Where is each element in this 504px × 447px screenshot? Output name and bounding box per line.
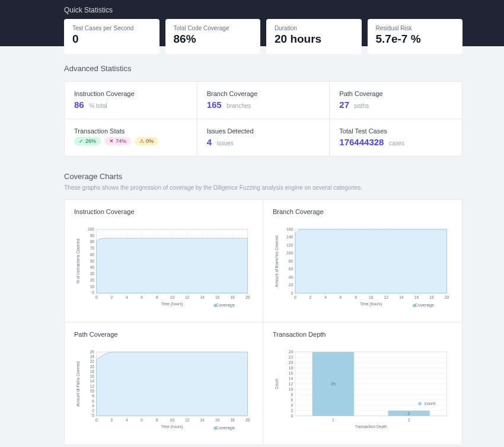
coverage-charts-title: Coverage Charts bbox=[64, 172, 462, 181]
chart-svg: 02468101214161820222412252Transaction De… bbox=[273, 346, 452, 435]
adv-cell-transaction-stats: Transaction Stats ✓26% ✕74% ⚠0% bbox=[65, 119, 197, 156]
qcard-value: 5.7e-7 % bbox=[376, 33, 455, 46]
svg-text:4: 4 bbox=[126, 418, 128, 422]
svg-text:8: 8 bbox=[156, 295, 158, 299]
chart-transaction-depth: Transaction Depth 0246810121416182022241… bbox=[263, 323, 462, 445]
svg-text:10: 10 bbox=[170, 418, 174, 422]
svg-text:20: 20 bbox=[445, 295, 449, 299]
qcard-label: Residual Risk bbox=[376, 25, 455, 31]
x-icon: ✕ bbox=[109, 138, 114, 144]
badge-text: 0% bbox=[146, 138, 154, 144]
qcard-value: 20 hours bbox=[275, 33, 353, 46]
svg-text:Coverage: Coverage bbox=[215, 425, 235, 430]
svg-text:20: 20 bbox=[289, 360, 294, 365]
svg-text:Amount of Paths Covered: Amount of Paths Covered bbox=[76, 362, 80, 407]
svg-text:8: 8 bbox=[156, 418, 158, 422]
svg-text:90: 90 bbox=[90, 234, 95, 238]
chart-title: Instruction Coverage bbox=[74, 208, 253, 215]
chart-title: Branch Coverage bbox=[273, 208, 452, 215]
badge-text: 26% bbox=[85, 138, 96, 144]
svg-text:0: 0 bbox=[291, 414, 293, 418]
svg-text:2: 2 bbox=[110, 418, 113, 422]
svg-text:16: 16 bbox=[289, 371, 294, 375]
svg-text:12: 12 bbox=[289, 382, 294, 386]
svg-text:10: 10 bbox=[289, 387, 294, 391]
svg-point-184 bbox=[418, 402, 422, 406]
svg-text:12: 12 bbox=[90, 384, 95, 388]
adv-cell-total-test-cases: Total Test Cases 176444328 cases bbox=[330, 119, 462, 156]
svg-text:20: 20 bbox=[245, 295, 250, 299]
svg-text:20: 20 bbox=[289, 283, 294, 287]
warn-icon: ⚠ bbox=[139, 138, 144, 144]
svg-text:16: 16 bbox=[90, 374, 95, 378]
adv-label: Total Test Cases bbox=[339, 127, 452, 135]
svg-text:18: 18 bbox=[429, 295, 434, 299]
chart-svg: 010203040506070809010002468101214161820T… bbox=[74, 224, 253, 312]
chart-path-coverage: Path Coverage 02468101214161820222426024… bbox=[65, 323, 263, 445]
adv-value: 27 bbox=[339, 100, 349, 110]
svg-text:2: 2 bbox=[110, 295, 113, 299]
svg-text:Coverage: Coverage bbox=[414, 302, 434, 308]
svg-text:4: 4 bbox=[291, 403, 293, 407]
svg-text:14: 14 bbox=[289, 376, 294, 381]
svg-text:2: 2 bbox=[408, 411, 410, 416]
qcard-label: Total Code Coverage bbox=[174, 25, 253, 31]
quick-stats-cards: Test Cases per Second 0 Total Code Cover… bbox=[64, 19, 462, 54]
svg-text:50: 50 bbox=[90, 259, 95, 263]
svg-text:Time (hours): Time (hours) bbox=[161, 424, 183, 429]
check-icon: ✓ bbox=[79, 138, 84, 144]
adv-label: Branch Coverage bbox=[207, 90, 320, 97]
qcard-tests-per-sec: Test Cases per Second 0 bbox=[64, 19, 160, 54]
svg-text:% of Instructions Covered: % of Instructions Covered bbox=[76, 239, 80, 284]
chart-instruction-coverage: Instruction Coverage 0102030405060708090… bbox=[65, 200, 263, 323]
svg-text:16: 16 bbox=[215, 295, 220, 299]
tx-badge-warn: ⚠0% bbox=[135, 137, 158, 145]
svg-text:16: 16 bbox=[215, 418, 220, 422]
svg-text:160: 160 bbox=[286, 227, 293, 231]
tx-badge-fail: ✕74% bbox=[104, 137, 131, 145]
qcard-value: 0 bbox=[72, 33, 151, 46]
svg-text:30: 30 bbox=[90, 272, 95, 276]
svg-text:60: 60 bbox=[289, 267, 294, 271]
svg-text:6: 6 bbox=[92, 399, 94, 403]
svg-text:18: 18 bbox=[289, 366, 294, 370]
svg-text:100: 100 bbox=[286, 251, 293, 255]
svg-text:6: 6 bbox=[141, 295, 143, 299]
svg-text:12: 12 bbox=[185, 418, 190, 422]
svg-text:10: 10 bbox=[90, 389, 95, 393]
svg-text:40: 40 bbox=[289, 275, 294, 279]
charts-grid: Instruction Coverage 0102030405060708090… bbox=[64, 199, 462, 445]
svg-text:10: 10 bbox=[170, 295, 174, 299]
qcard-value: 86% bbox=[174, 33, 253, 46]
advanced-stats-box: Instruction Coverage 86 % total Branch C… bbox=[64, 81, 462, 157]
svg-text:6: 6 bbox=[141, 418, 143, 422]
svg-text:Time (hours): Time (hours) bbox=[360, 302, 382, 306]
svg-text:80: 80 bbox=[90, 240, 95, 244]
adv-cell-issues-detected: Issues Detected 4 issues bbox=[197, 119, 330, 156]
qcard-residual-risk: Residual Risk 5.7e-7 % bbox=[368, 19, 463, 54]
svg-text:8: 8 bbox=[92, 394, 94, 398]
qcard-code-coverage: Total Code Coverage 86% bbox=[165, 19, 261, 54]
svg-text:24: 24 bbox=[90, 355, 95, 359]
qcard-label: Test Cases per Second bbox=[72, 25, 151, 31]
svg-text:Transaction Depth: Transaction Depth bbox=[355, 424, 387, 429]
svg-text:25: 25 bbox=[331, 381, 336, 387]
svg-text:100: 100 bbox=[88, 227, 94, 231]
adv-unit: % total bbox=[89, 103, 107, 109]
adv-label: Issues Detected bbox=[207, 127, 320, 135]
chart-title: Transaction Depth bbox=[273, 331, 452, 338]
qcard-duration: Duration 20 hours bbox=[266, 19, 362, 54]
svg-text:24: 24 bbox=[289, 350, 294, 354]
chart-svg: 0246810121416182022242602468101214161820… bbox=[74, 346, 253, 435]
svg-text:Coverage: Coverage bbox=[215, 302, 235, 308]
svg-text:22: 22 bbox=[90, 359, 95, 363]
svg-text:22: 22 bbox=[289, 355, 294, 359]
svg-text:20: 20 bbox=[90, 365, 95, 369]
svg-text:20: 20 bbox=[245, 418, 250, 422]
svg-text:Amount of Branches Covered: Amount of Branches Covered bbox=[275, 235, 279, 287]
svg-text:18: 18 bbox=[230, 295, 235, 299]
svg-text:0: 0 bbox=[92, 413, 94, 417]
svg-text:18: 18 bbox=[90, 369, 95, 373]
qcard-label: Duration bbox=[275, 25, 353, 31]
chart-branch-coverage: Branch Coverage 020406080100120140160024… bbox=[263, 200, 462, 323]
